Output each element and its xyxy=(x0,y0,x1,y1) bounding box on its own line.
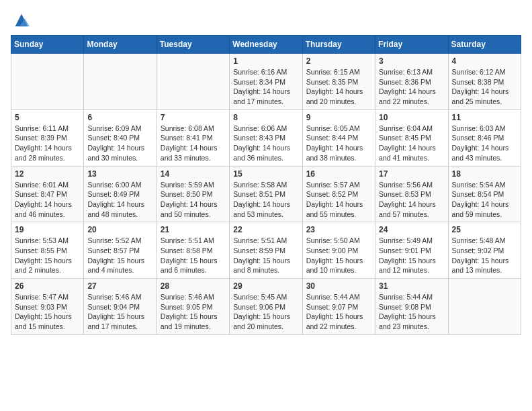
day-info: Sunrise: 5:53 AM Sunset: 8:55 PM Dayligh… xyxy=(15,236,80,275)
day-number: 15 xyxy=(233,169,298,179)
day-number: 25 xyxy=(452,225,517,234)
day-info: Sunrise: 6:08 AM Sunset: 8:41 PM Dayligh… xyxy=(161,124,226,163)
day-number: 8 xyxy=(233,113,298,122)
calendar-cell: 2Sunrise: 6:15 AM Sunset: 8:35 PM Daylig… xyxy=(302,54,375,110)
day-number: 1 xyxy=(233,56,298,66)
calendar-cell: 23Sunrise: 5:50 AM Sunset: 9:00 PM Dayli… xyxy=(302,222,375,279)
calendar-cell: 30Sunrise: 5:44 AM Sunset: 9:07 PM Dayli… xyxy=(302,279,375,335)
day-info: Sunrise: 6:12 AM Sunset: 8:38 PM Dayligh… xyxy=(452,67,517,107)
calendar-cell: 25Sunrise: 5:48 AM Sunset: 9:02 PM Dayli… xyxy=(448,222,521,279)
calendar-cell: 9Sunrise: 6:05 AM Sunset: 8:44 PM Daylig… xyxy=(302,109,375,166)
day-info: Sunrise: 5:50 AM Sunset: 9:00 PM Dayligh… xyxy=(306,236,371,275)
day-info: Sunrise: 5:45 AM Sunset: 9:06 PM Dayligh… xyxy=(233,292,298,332)
day-info: Sunrise: 5:58 AM Sunset: 8:51 PM Dayligh… xyxy=(233,180,298,220)
week-row-2: 5Sunrise: 6:11 AM Sunset: 8:39 PM Daylig… xyxy=(11,109,521,166)
day-info: Sunrise: 5:44 AM Sunset: 9:07 PM Dayligh… xyxy=(306,292,371,332)
calendar-cell: 20Sunrise: 5:52 AM Sunset: 8:57 PM Dayli… xyxy=(84,222,157,279)
day-info: Sunrise: 6:09 AM Sunset: 8:40 PM Dayligh… xyxy=(87,124,152,163)
day-info: Sunrise: 6:01 AM Sunset: 8:47 PM Dayligh… xyxy=(15,180,80,220)
day-number: 28 xyxy=(161,281,226,291)
day-info: Sunrise: 5:48 AM Sunset: 9:02 PM Dayligh… xyxy=(452,236,517,275)
calendar-cell: 14Sunrise: 5:59 AM Sunset: 8:50 PM Dayli… xyxy=(157,166,229,222)
day-number: 7 xyxy=(161,113,226,122)
day-number: 11 xyxy=(452,113,517,122)
day-info: Sunrise: 5:57 AM Sunset: 8:52 PM Dayligh… xyxy=(306,180,371,220)
weekday-header-friday: Friday xyxy=(375,36,448,54)
calendar-cell: 18Sunrise: 5:54 AM Sunset: 8:54 PM Dayli… xyxy=(448,166,521,222)
day-info: Sunrise: 5:52 AM Sunset: 8:57 PM Dayligh… xyxy=(87,236,152,275)
day-info: Sunrise: 5:44 AM Sunset: 9:08 PM Dayligh… xyxy=(379,292,444,332)
calendar-cell xyxy=(157,54,229,110)
day-number: 17 xyxy=(379,169,444,179)
calendar-body: 1Sunrise: 6:16 AM Sunset: 8:34 PM Daylig… xyxy=(11,54,521,335)
day-info: Sunrise: 6:05 AM Sunset: 8:44 PM Dayligh… xyxy=(306,124,371,163)
day-info: Sunrise: 6:04 AM Sunset: 8:45 PM Dayligh… xyxy=(379,124,444,163)
day-info: Sunrise: 6:03 AM Sunset: 8:46 PM Dayligh… xyxy=(452,124,517,163)
calendar-cell: 26Sunrise: 5:47 AM Sunset: 9:03 PM Dayli… xyxy=(11,279,84,335)
day-info: Sunrise: 5:51 AM Sunset: 8:58 PM Dayligh… xyxy=(161,236,226,275)
calendar-cell: 12Sunrise: 6:01 AM Sunset: 8:47 PM Dayli… xyxy=(11,166,84,222)
day-number: 19 xyxy=(15,225,80,234)
calendar-cell: 27Sunrise: 5:46 AM Sunset: 9:04 PM Dayli… xyxy=(84,279,157,335)
day-number: 23 xyxy=(306,225,371,234)
day-number: 26 xyxy=(15,281,80,291)
week-row-5: 26Sunrise: 5:47 AM Sunset: 9:03 PM Dayli… xyxy=(11,279,521,335)
day-number: 4 xyxy=(452,56,517,66)
weekday-header-wednesday: Wednesday xyxy=(230,36,302,54)
day-number: 30 xyxy=(306,281,371,291)
week-row-4: 19Sunrise: 5:53 AM Sunset: 8:55 PM Dayli… xyxy=(11,222,521,279)
calendar-cell: 6Sunrise: 6:09 AM Sunset: 8:40 PM Daylig… xyxy=(84,109,157,166)
calendar-cell: 29Sunrise: 5:45 AM Sunset: 9:06 PM Dayli… xyxy=(230,279,302,335)
calendar-cell: 22Sunrise: 5:51 AM Sunset: 8:59 PM Dayli… xyxy=(230,222,302,279)
day-info: Sunrise: 5:46 AM Sunset: 9:05 PM Dayligh… xyxy=(161,292,226,332)
calendar-cell: 7Sunrise: 6:08 AM Sunset: 8:41 PM Daylig… xyxy=(157,109,229,166)
day-number: 13 xyxy=(87,169,152,179)
day-number: 9 xyxy=(306,113,371,122)
day-info: Sunrise: 6:11 AM Sunset: 8:39 PM Dayligh… xyxy=(15,124,80,163)
calendar-cell: 5Sunrise: 6:11 AM Sunset: 8:39 PM Daylig… xyxy=(11,109,84,166)
day-info: Sunrise: 6:16 AM Sunset: 8:34 PM Dayligh… xyxy=(233,67,298,107)
day-number: 31 xyxy=(379,281,444,291)
page-header xyxy=(11,11,521,30)
weekday-header-row: SundayMondayTuesdayWednesdayThursdayFrid… xyxy=(11,36,521,54)
calendar-table: SundayMondayTuesdayWednesdayThursdayFrid… xyxy=(11,35,521,335)
calendar-cell: 17Sunrise: 5:56 AM Sunset: 8:53 PM Dayli… xyxy=(375,166,448,222)
day-number: 24 xyxy=(379,225,444,234)
day-number: 22 xyxy=(233,225,298,234)
week-row-3: 12Sunrise: 6:01 AM Sunset: 8:47 PM Dayli… xyxy=(11,166,521,222)
calendar-cell xyxy=(448,279,521,335)
calendar-cell xyxy=(84,54,157,110)
calendar-cell: 10Sunrise: 6:04 AM Sunset: 8:45 PM Dayli… xyxy=(375,109,448,166)
weekday-header-saturday: Saturday xyxy=(448,36,521,54)
day-info: Sunrise: 5:46 AM Sunset: 9:04 PM Dayligh… xyxy=(87,292,152,332)
day-number: 21 xyxy=(161,225,226,234)
day-number: 20 xyxy=(87,225,152,234)
week-row-1: 1Sunrise: 6:16 AM Sunset: 8:34 PM Daylig… xyxy=(11,54,521,110)
day-number: 5 xyxy=(15,113,80,122)
day-info: Sunrise: 6:15 AM Sunset: 8:35 PM Dayligh… xyxy=(306,67,371,107)
weekday-header-monday: Monday xyxy=(84,36,157,54)
calendar-cell xyxy=(11,54,84,110)
calendar-cell: 1Sunrise: 6:16 AM Sunset: 8:34 PM Daylig… xyxy=(230,54,302,110)
calendar-cell: 28Sunrise: 5:46 AM Sunset: 9:05 PM Dayli… xyxy=(157,279,229,335)
logo xyxy=(11,11,31,30)
day-number: 29 xyxy=(233,281,298,291)
day-info: Sunrise: 6:00 AM Sunset: 8:49 PM Dayligh… xyxy=(87,180,152,220)
calendar-cell: 8Sunrise: 6:06 AM Sunset: 8:43 PM Daylig… xyxy=(230,109,302,166)
calendar-cell: 19Sunrise: 5:53 AM Sunset: 8:55 PM Dayli… xyxy=(11,222,84,279)
day-info: Sunrise: 5:51 AM Sunset: 8:59 PM Dayligh… xyxy=(233,236,298,275)
day-info: Sunrise: 5:59 AM Sunset: 8:50 PM Dayligh… xyxy=(161,180,226,220)
day-number: 14 xyxy=(161,169,226,179)
logo-icon xyxy=(12,11,31,30)
day-number: 2 xyxy=(306,56,371,66)
day-number: 12 xyxy=(15,169,80,179)
calendar-cell: 16Sunrise: 5:57 AM Sunset: 8:52 PM Dayli… xyxy=(302,166,375,222)
day-number: 3 xyxy=(379,56,444,66)
day-number: 16 xyxy=(306,169,371,179)
calendar-cell: 21Sunrise: 5:51 AM Sunset: 8:58 PM Dayli… xyxy=(157,222,229,279)
calendar-cell: 4Sunrise: 6:12 AM Sunset: 8:38 PM Daylig… xyxy=(448,54,521,110)
day-number: 27 xyxy=(87,281,152,291)
calendar-cell: 31Sunrise: 5:44 AM Sunset: 9:08 PM Dayli… xyxy=(375,279,448,335)
day-info: Sunrise: 6:13 AM Sunset: 8:36 PM Dayligh… xyxy=(379,67,444,107)
calendar-cell: 24Sunrise: 5:49 AM Sunset: 9:01 PM Dayli… xyxy=(375,222,448,279)
